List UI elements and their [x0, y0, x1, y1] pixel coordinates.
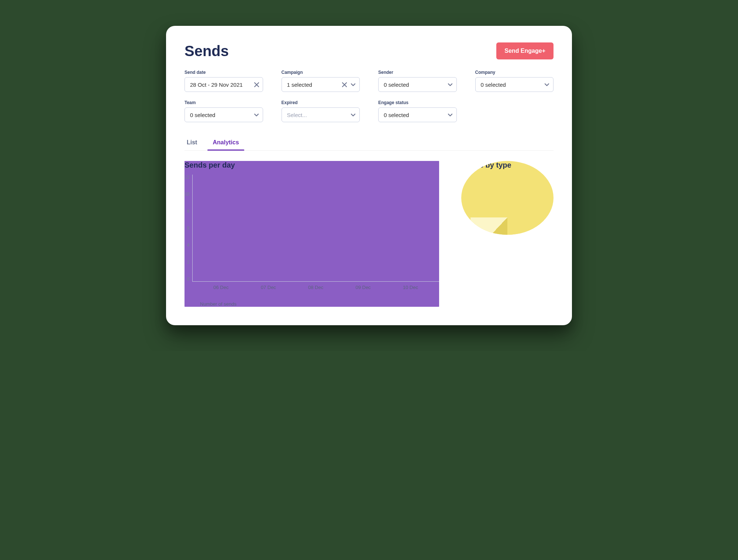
filter-company: Company0 selected: [475, 70, 554, 92]
bar: [211, 274, 231, 281]
filter-expired: ExpiredSelect...: [282, 100, 360, 122]
filter-label: Send date: [184, 70, 263, 75]
pie-chart-title: Sends by type: [461, 161, 554, 169]
x-tick: 07 Dec: [261, 285, 276, 290]
bar-chart-x-axis: 06 Dec07 Dec08 Dec09 Dec10 Dec: [192, 282, 439, 290]
legend-dot-icon: [192, 302, 196, 306]
x-tick: 06 Dec: [213, 285, 228, 290]
chevron-down-icon[interactable]: [254, 112, 259, 117]
bar-chart-title: Sends per day: [184, 161, 439, 169]
filter-label: Company: [475, 70, 554, 75]
y-tick: 6: [187, 226, 190, 231]
pie-chart-wrap: Gift CardMarketplaceBundle: [461, 181, 554, 235]
send-engage-button[interactable]: Send Engage+: [496, 42, 554, 59]
y-tick: 10: [184, 192, 189, 197]
bar-legend-text: Number of sends: [200, 301, 237, 307]
y-tick: 8: [187, 209, 190, 214]
bar: [306, 257, 326, 281]
filter-control[interactable]: 28 Oct - 29 Nov 2021: [184, 77, 263, 92]
y-tick: 4: [187, 243, 190, 248]
filter-icons: [448, 112, 453, 117]
tab-list[interactable]: List: [184, 136, 199, 150]
filter-control[interactable]: 0 selected: [378, 107, 457, 122]
filter-team: Team0 selected: [184, 100, 263, 122]
filter-icons: [351, 112, 356, 117]
filter-label: Campaign: [282, 70, 360, 75]
y-tick: 2: [187, 260, 190, 265]
bar-chart-plot-area: [192, 175, 439, 282]
clear-icon[interactable]: [342, 82, 347, 87]
tabs: ListAnalytics: [184, 136, 554, 151]
chevron-down-icon[interactable]: [544, 82, 549, 87]
y-tick: 12: [184, 175, 189, 180]
chevron-down-icon[interactable]: [448, 112, 453, 117]
filter-icons: [254, 112, 259, 117]
filter-value: 0 selected: [190, 112, 215, 118]
clear-icon[interactable]: [254, 82, 259, 87]
filter-value: 0 selected: [384, 82, 409, 88]
page-title: Sends: [184, 43, 229, 59]
filter-icons: [254, 82, 259, 87]
bar: [400, 274, 421, 281]
filter-control[interactable]: 0 selected: [378, 77, 457, 92]
filter-label: Team: [184, 100, 263, 105]
tab-analytics[interactable]: Analytics: [210, 136, 241, 150]
y-tick: 0: [187, 276, 190, 282]
filter-value: 0 selected: [481, 82, 506, 88]
x-tick: 09 Dec: [355, 285, 370, 290]
filter-value: 1 selected: [287, 82, 312, 88]
filter-campaign: Campaign1 selected: [282, 70, 360, 92]
bar-chart-y-axis: 121086420: [184, 175, 192, 282]
filter-engage-status: Engage status0 selected: [378, 100, 457, 122]
filter-label: Engage status: [378, 100, 457, 105]
filter-control[interactable]: 0 selected: [475, 77, 554, 92]
bar-chart-block: Sends per day 121086420 06 Dec07 Dec08 D…: [184, 161, 439, 307]
bar-chart-legend: Number of sends: [184, 301, 439, 307]
filter-label: Expired: [282, 100, 360, 105]
filter-value: 28 Oct - 29 Nov 2021: [190, 82, 243, 88]
filter-icons: [544, 82, 549, 87]
chevron-down-icon[interactable]: [448, 82, 453, 87]
filter-send-date: Send date28 Oct - 29 Nov 2021: [184, 70, 263, 92]
chevron-down-icon[interactable]: [351, 112, 356, 117]
filter-icons: [448, 82, 453, 87]
chevron-down-icon[interactable]: [351, 82, 356, 87]
filter-value: 0 selected: [384, 112, 409, 118]
filter-value: Select...: [287, 112, 307, 118]
pie-chart-block: Sends by type Gift CardMarketplaceBundle: [461, 161, 554, 235]
filter-label: Sender: [378, 70, 457, 75]
pie-chart: [470, 181, 544, 235]
bar: [353, 198, 373, 281]
x-tick: 10 Dec: [403, 285, 418, 290]
bar: [258, 249, 279, 281]
filter-icons: [342, 82, 356, 87]
filters-grid: Send date28 Oct - 29 Nov 2021Campaign1 s…: [184, 70, 554, 122]
header-row: Sends Send Engage+: [184, 42, 554, 59]
filter-control[interactable]: 1 selected: [282, 77, 360, 92]
x-tick: 08 Dec: [308, 285, 323, 290]
charts-row: Sends per day 121086420 06 Dec07 Dec08 D…: [184, 161, 554, 307]
filter-control[interactable]: Select...: [282, 107, 360, 122]
bar-chart: 121086420 06 Dec07 Dec08 Dec09 Dec10 Dec: [184, 175, 439, 290]
dashboard-card: Sends Send Engage+ Send date28 Oct - 29 …: [166, 26, 572, 325]
filter-control[interactable]: 0 selected: [184, 107, 263, 122]
filter-sender: Sender0 selected: [378, 70, 457, 92]
bar-chart-plot: 06 Dec07 Dec08 Dec09 Dec10 Dec: [192, 175, 439, 290]
